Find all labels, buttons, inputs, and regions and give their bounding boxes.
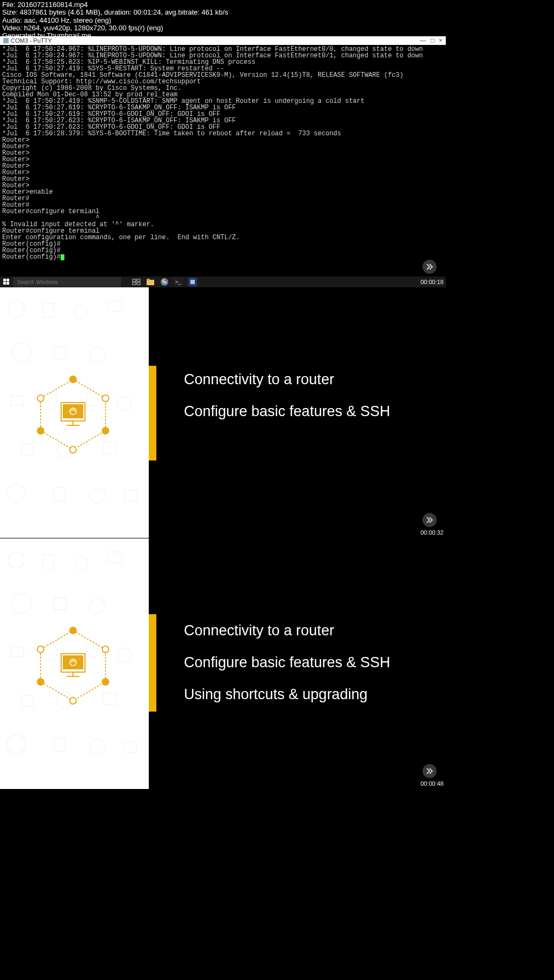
svg-point-53: [90, 598, 105, 614]
svg-rect-31: [54, 488, 65, 501]
slide3-line3: Using shortcuts & upgrading: [184, 686, 390, 703]
svg-rect-17: [43, 304, 54, 317]
svg-point-20: [12, 343, 31, 362]
putty-title: COM3 - PuTTY: [11, 37, 52, 44]
svg-rect-42: [63, 405, 83, 418]
putty-titlebar[interactable]: COM3 - PuTTY — □ ×: [0, 36, 446, 45]
svg-rect-15: [190, 280, 195, 284]
terminal-line: Router>: [2, 150, 444, 156]
play-icon: [426, 516, 433, 524]
slide3-line2: Configure basic features & SSH: [184, 654, 390, 671]
terminal-line: Router>: [2, 176, 444, 182]
svg-rect-48: [43, 555, 54, 568]
svg-point-36: [102, 395, 109, 402]
svg-rect-21: [54, 347, 66, 359]
svg-rect-0: [3, 279, 6, 281]
putty-window: COM3 - PuTTY — □ × *Jul 6 17:50:24.967: …: [0, 36, 446, 261]
svg-rect-3: [6, 282, 9, 285]
search-input[interactable]: [13, 277, 121, 287]
cmd-icon[interactable]: >_: [174, 278, 183, 286]
terminal-output[interactable]: *Jul 6 17:50:24.967: %LINEPROTO-5-UPDOWN…: [0, 45, 446, 261]
svg-point-61: [7, 735, 25, 753]
meta-audio: Audio: aac, 44100 Hz, stereo (eng): [2, 17, 552, 24]
play-button[interactable]: [423, 513, 437, 527]
putty-taskbar-icon[interactable]: [188, 278, 197, 286]
terminal-line: Router>enable: [2, 189, 444, 195]
svg-text:>_: >_: [175, 279, 181, 285]
meta-video: Video: h264, yuv420p, 1280x720, 30.00 fp…: [2, 24, 552, 32]
svg-rect-5: [137, 279, 140, 281]
network-hex-icon: [30, 371, 116, 458]
play-icon: [426, 767, 433, 775]
svg-point-63: [90, 739, 105, 754]
meta-size: Size: 4837861 bytes (4.61 MiB), duration…: [2, 9, 552, 16]
terminal-line: Router(config)#: [2, 241, 444, 247]
svg-rect-73: [63, 656, 83, 669]
play-button[interactable]: [423, 764, 437, 778]
svg-point-18: [75, 305, 88, 318]
timestamp-2: 00:00:32: [420, 529, 444, 536]
terminal-cursor: [61, 254, 64, 260]
task-view-icon[interactable]: [132, 278, 141, 286]
slide-left-panel: [0, 287, 149, 538]
svg-rect-9: [147, 279, 150, 280]
svg-rect-54: [11, 647, 24, 656]
close-button[interactable]: ×: [439, 37, 443, 44]
slide3-line1: Connectivity to a router: [184, 622, 390, 639]
svg-point-66: [70, 627, 76, 634]
network-hex-icon: [30, 622, 116, 709]
slide2-line1: Connectivity to a router: [184, 371, 390, 388]
accent-bar: [149, 614, 156, 712]
thumbnail-2: Connectivity to a router Configure basic…: [0, 287, 446, 538]
svg-rect-1: [6, 279, 9, 281]
svg-rect-4: [133, 279, 136, 281]
slide2-line2: Configure basic features & SSH: [184, 403, 390, 420]
svg-rect-50: [108, 552, 122, 563]
svg-point-38: [70, 446, 76, 453]
svg-rect-8: [147, 280, 154, 285]
svg-point-51: [12, 594, 31, 613]
timestamp-1: 00:00:18: [420, 279, 444, 285]
svg-point-47: [8, 552, 24, 568]
slide-text: Connectivity to a router Configure basic…: [184, 622, 390, 718]
thumbnail-3: Connectivity to a router Configure basic…: [0, 538, 446, 789]
play-button[interactable]: [423, 260, 437, 274]
terminal-line: Router#: [2, 195, 444, 202]
svg-rect-19: [108, 301, 122, 312]
svg-point-40: [37, 395, 44, 402]
svg-point-26: [117, 397, 131, 411]
minimize-button[interactable]: —: [420, 37, 426, 44]
windows-logo-icon: [3, 279, 10, 285]
terminal-line: Router(config)#: [2, 254, 444, 260]
svg-point-37: [102, 427, 109, 434]
terminal-line: Router(config)#: [2, 247, 444, 254]
svg-point-57: [117, 648, 131, 662]
windows-taskbar: >_: [0, 277, 446, 287]
terminal-line: Router>: [2, 169, 444, 176]
terminal-line: Router>: [2, 182, 444, 189]
svg-point-32: [90, 488, 105, 503]
svg-point-71: [37, 646, 44, 653]
svg-point-35: [70, 376, 76, 383]
accent-bar: [149, 366, 156, 461]
slide-text: Connectivity to a router Configure basic…: [184, 371, 390, 435]
terminal-line: Router>: [2, 156, 444, 163]
svg-rect-7: [137, 282, 140, 285]
svg-rect-62: [54, 739, 65, 752]
svg-point-68: [102, 679, 109, 685]
file-explorer-icon[interactable]: [146, 278, 155, 286]
maximize-button[interactable]: □: [431, 37, 434, 44]
meta-file: File: 20160721160814.mp4: [2, 1, 552, 9]
window-controls: — □ ×: [420, 37, 443, 44]
svg-rect-52: [54, 598, 66, 610]
thumbnail-1: COM3 - PuTTY — □ × *Jul 6 17:50:24.967: …: [0, 35, 446, 287]
chrome-icon[interactable]: [160, 278, 169, 286]
svg-rect-23: [11, 396, 24, 405]
svg-point-16: [8, 301, 24, 317]
terminal-line: Router>: [2, 163, 444, 169]
timestamp-3: 00:00:48: [420, 780, 444, 787]
svg-point-22: [90, 347, 105, 363]
svg-rect-6: [133, 282, 136, 285]
start-button[interactable]: [0, 277, 13, 287]
play-icon: [426, 263, 433, 271]
